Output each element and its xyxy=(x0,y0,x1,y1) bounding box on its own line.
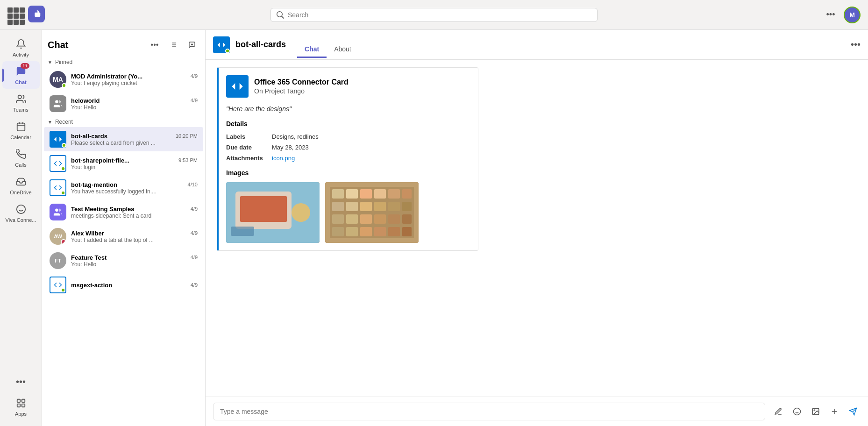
more-options-button[interactable]: ••• xyxy=(823,7,838,22)
attach-button[interactable] xyxy=(827,404,842,419)
recent-section-header[interactable]: ▼ Recent xyxy=(42,116,205,127)
giphy-button[interactable] xyxy=(808,404,823,419)
user-avatar[interactable]: M xyxy=(844,7,861,23)
chat-preview: You: I enjoy playing cricket xyxy=(71,80,198,86)
conversation-title: bot-all-cards xyxy=(235,40,286,50)
svg-rect-46 xyxy=(388,227,400,236)
chat-name: MOD Administrator (Yo... xyxy=(71,73,142,80)
chat-info: heloworld 4/9 You: Hello xyxy=(71,97,198,111)
online-indicator xyxy=(62,83,66,88)
chat-item-bot-tag[interactable]: bot-tag-mention 4/10 You have successful… xyxy=(44,176,203,200)
sidebar-item-chat[interactable]: 11 Chat xyxy=(2,61,40,89)
svg-rect-31 xyxy=(346,202,358,211)
svg-rect-0 xyxy=(17,123,25,131)
chat-preview: meetings-sidepanel: Sent a card xyxy=(71,213,198,219)
conversation-more-button[interactable]: ••• xyxy=(851,39,861,50)
chat-item-feature-test[interactable]: FT Feature Test 4/9 You: Hello xyxy=(44,248,203,273)
chat-name: bot-sharepoint-file... xyxy=(71,157,129,164)
mod-admin-avatar: MA xyxy=(50,71,66,88)
svg-rect-38 xyxy=(360,214,372,224)
sidebar-item-teams[interactable]: Teams xyxy=(2,89,40,116)
chat-item-mod-admin[interactable]: MA MOD Administrator (Yo... 4/9 You: I e… xyxy=(44,67,203,92)
images-title: Images xyxy=(226,169,470,177)
fact-value-attachments[interactable]: icon.png xyxy=(272,155,295,162)
rail-more-button[interactable]: ••• xyxy=(12,373,29,391)
send-button[interactable] xyxy=(846,404,861,419)
compose-actions xyxy=(771,404,861,419)
msgext-avatar xyxy=(50,277,66,293)
new-chat-button[interactable] xyxy=(185,37,199,52)
svg-rect-39 xyxy=(374,214,386,224)
card-facts: Labels Designs, redlines Due date May 28… xyxy=(226,133,470,162)
format-button[interactable] xyxy=(771,404,786,419)
card-section-title: Details xyxy=(226,120,470,128)
search-icon xyxy=(277,11,284,19)
online-indicator xyxy=(62,143,66,148)
compose-input[interactable] xyxy=(213,403,765,420)
sidebar-item-calls[interactable]: Calls xyxy=(2,144,40,171)
svg-rect-27 xyxy=(374,189,386,199)
svg-rect-5 xyxy=(17,399,20,402)
svg-rect-32 xyxy=(360,202,372,211)
sidebar-item-onedrive[interactable]: OneDrive xyxy=(2,171,40,199)
chat-preview: You: login xyxy=(71,164,198,170)
rail-bottom: ••• Apps xyxy=(2,373,40,426)
search-input[interactable] xyxy=(288,11,591,19)
chat-more-button[interactable]: ••• xyxy=(147,37,162,52)
feature-test-avatar: FT xyxy=(50,252,66,269)
chat-item-test-meeting[interactable]: Test Meeting Samples 4/9 meetings-sidepa… xyxy=(44,200,203,224)
search-bar[interactable] xyxy=(270,8,598,22)
emoji-button[interactable] xyxy=(790,404,804,419)
pinned-label: Pinned xyxy=(55,59,72,65)
chat-time: 4/10 xyxy=(188,182,198,187)
chat-badge: 11 xyxy=(21,63,29,69)
svg-rect-26 xyxy=(360,189,372,199)
chat-name: Alex Wilber xyxy=(71,230,104,237)
chat-icon: 11 xyxy=(14,65,28,78)
card-header: Office 365 Connector Card On Project Tan… xyxy=(226,75,470,98)
sidebar-item-viva[interactable]: Viva Conne... xyxy=(2,199,40,227)
svg-rect-42 xyxy=(332,227,344,236)
chat-item-heloworld[interactable]: heloworld 4/9 You: Hello xyxy=(44,92,203,116)
chat-item-bot-sharepoint[interactable]: bot-sharepoint-file... 9:53 PM You: logi… xyxy=(44,151,203,176)
svg-rect-34 xyxy=(388,202,400,211)
bot-header-icon xyxy=(213,36,230,53)
sidebar-item-activity[interactable]: Activity xyxy=(2,34,40,61)
tab-about[interactable]: About xyxy=(327,42,359,58)
chat-name: bot-all-cards xyxy=(71,133,107,140)
bot-tag-avatar xyxy=(50,179,66,196)
apps-grid-icon[interactable] xyxy=(7,7,22,22)
sidebar-item-apps[interactable]: Apps xyxy=(2,393,40,420)
image-thumb-1[interactable] xyxy=(226,182,320,243)
activity-icon xyxy=(14,37,28,50)
active-indicator xyxy=(2,69,4,82)
filter-button[interactable] xyxy=(166,37,181,52)
svg-rect-45 xyxy=(374,227,386,236)
chat-preview: You: Hello xyxy=(71,104,198,111)
teams-logo[interactable] xyxy=(28,6,45,22)
svg-rect-29 xyxy=(402,189,412,199)
chat-item-alex-wilber[interactable]: AW Alex Wilber 4/9 You: I added a tab at… xyxy=(44,224,203,248)
heloworld-avatar xyxy=(50,95,66,112)
calendar-icon xyxy=(14,120,28,133)
chat-info: bot-tag-mention 4/10 You have successful… xyxy=(71,181,198,195)
fact-attachments: Attachments icon.png xyxy=(226,155,470,162)
image-thumb-2[interactable] xyxy=(325,182,419,243)
sidebar-item-calendar[interactable]: Calendar xyxy=(2,116,40,144)
svg-rect-33 xyxy=(374,202,386,211)
chat-info: bot-sharepoint-file... 9:53 PM You: logi… xyxy=(71,157,198,170)
fact-value-labels: Designs, redlines xyxy=(272,133,319,140)
recent-chevron: ▼ xyxy=(48,120,52,125)
chat-item-msgext-action[interactable]: msgext-action 4/9 xyxy=(44,273,203,297)
connector-card: Office 365 Connector Card On Project Tan… xyxy=(217,67,478,251)
pinned-section-header[interactable]: ▼ Pinned xyxy=(42,56,205,67)
card-title: Office 365 Connector Card xyxy=(254,78,349,86)
chat-name: Test Meeting Samples xyxy=(71,206,135,213)
images-section: Images xyxy=(226,169,470,243)
chat-item-bot-all-cards[interactable]: bot-all-cards 10:20 PM Please select a c… xyxy=(44,127,203,151)
svg-rect-8 xyxy=(21,404,24,407)
svg-rect-21 xyxy=(231,227,254,236)
svg-rect-44 xyxy=(360,227,372,236)
message-area[interactable]: Office 365 Connector Card On Project Tan… xyxy=(206,60,868,397)
tab-chat[interactable]: Chat xyxy=(297,42,327,58)
